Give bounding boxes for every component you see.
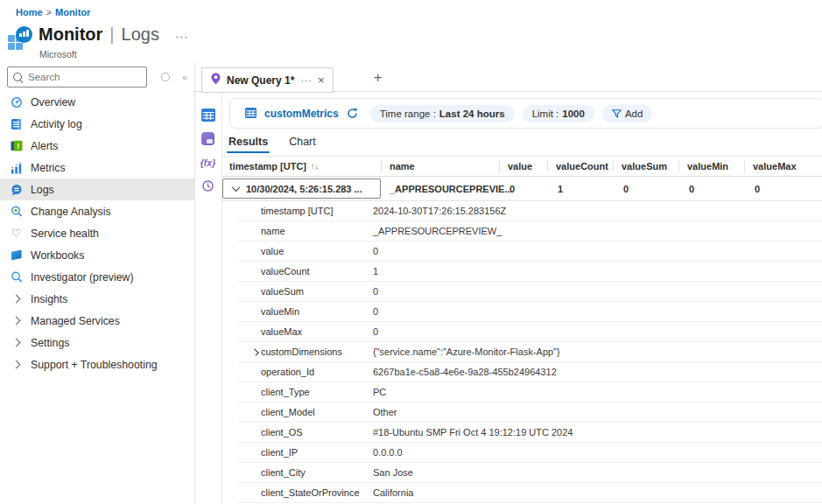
sidebar-item-label: Settings <box>31 337 69 349</box>
detail-row[interactable]: client_Model Other <box>238 402 822 423</box>
sidebar-item-change-analysis[interactable]: Change Analysis <box>0 200 194 222</box>
sidebar-item-metrics[interactable]: Metrics <box>0 157 194 178</box>
column-header-value[interactable]: value <box>499 157 547 176</box>
limit-pill[interactable]: Limit : 1000 <box>523 105 594 122</box>
detail-value: PC <box>373 387 386 397</box>
tab-more-icon[interactable]: ··· <box>300 75 312 86</box>
add-filter-pill[interactable]: Add <box>602 105 652 122</box>
sidebar-item-logs[interactable]: Logs <box>0 178 194 200</box>
column-header-name[interactable]: name <box>381 157 499 176</box>
row-valuesum: 0 <box>613 177 678 200</box>
svg-text:!: ! <box>17 142 19 150</box>
sort-icons[interactable]: ↑↓ <box>311 162 319 171</box>
detail-row[interactable]: client_Type PC <box>238 382 822 402</box>
menu-options-icon[interactable] <box>161 73 170 81</box>
chevron-right-icon[interactable] <box>250 349 261 355</box>
chevron-right-icon <box>10 314 23 327</box>
detail-row[interactable]: client_StateOrProvince California <box>238 483 822 503</box>
detail-value: 0 <box>373 246 378 256</box>
detail-key: valueCount <box>261 266 373 276</box>
main-panel: New Query 1* ··· × + {fx} customMetrics … <box>194 61 822 504</box>
add-filter-label: Add <box>625 108 643 119</box>
detail-row[interactable]: client_IP 0.0.0.0 <box>238 443 822 463</box>
sidebar-item-label: Insights <box>31 293 67 305</box>
time-range-value: Last 24 hours <box>439 108 505 119</box>
detail-row[interactable]: valueMin 0 <box>238 302 822 322</box>
sidebar-search[interactable] <box>7 66 147 88</box>
detail-row[interactable]: customDimensions {"service.name":"Azure-… <box>238 342 822 362</box>
detail-value: California <box>373 487 413 498</box>
detail-row[interactable]: valueCount 1 <box>238 262 822 282</box>
results-grid: timestamp [UTC]↑↓ name value valueCount … <box>221 156 822 504</box>
detail-value: 0.0.0.0 <box>373 447 403 458</box>
selected-table-link[interactable]: customMetrics <box>264 108 339 120</box>
query-tab[interactable]: New Query 1* ··· × <box>201 67 334 93</box>
sidebar-item-investigator[interactable]: Investigator (preview) <box>0 266 194 288</box>
sidebar-item-insights[interactable]: Insights <box>0 288 194 310</box>
sidebar-item-managed-services[interactable]: Managed Services <box>0 310 194 332</box>
sidebar-item-support[interactable]: Support + Troubleshooting <box>0 354 194 375</box>
row-name: _APPRESOURCEPREVIE... <box>381 177 499 200</box>
grid-header: timestamp [UTC]↑↓ name value valueCount … <box>221 156 822 177</box>
sidebar-item-label: Workbooks <box>31 249 84 262</box>
sidebar-item-alerts[interactable]: ! Alerts <box>0 135 194 157</box>
detail-row[interactable]: timestamp [UTC] 2024-10-30T17:26:15.2831… <box>238 201 822 221</box>
publisher-label: Microsoft <box>39 49 77 60</box>
column-header-valuesum[interactable]: valueSum <box>613 157 678 176</box>
chevron-down-icon[interactable] <box>232 183 241 192</box>
detail-value: 0 <box>373 306 378 317</box>
tab-chart[interactable]: Chart <box>287 134 318 153</box>
refresh-icon[interactable] <box>347 108 358 119</box>
column-header-valuemax[interactable]: valueMax <box>744 157 822 176</box>
new-tab-button[interactable]: + <box>374 70 382 86</box>
column-header-valuecount[interactable]: valueCount <box>547 157 613 176</box>
time-range-pill[interactable]: Time range : Last 24 hours <box>370 105 515 122</box>
row-valuecount: 1 <box>547 177 613 200</box>
functions-panel-icon[interactable]: {fx} <box>194 150 221 174</box>
sidebar-item-label: Overview <box>31 96 75 108</box>
detail-value: 0 <box>373 286 378 297</box>
heart-icon: ♡ <box>10 227 23 240</box>
more-options-icon[interactable]: ··· <box>175 30 189 43</box>
breadcrumb-home[interactable]: Home <box>16 7 43 18</box>
sidebar-item-label: Change Analysis <box>31 206 111 218</box>
detail-row[interactable]: client_City San Jose <box>238 463 822 483</box>
sidebar-item-workbooks[interactable]: Workbooks <box>0 244 194 266</box>
query-history-icon[interactable] <box>194 174 221 198</box>
detail-value: {"service.name":"Azure-Monitor-Flask-App… <box>373 346 560 357</box>
query-bar: customMetrics Time range : Last 24 hours… <box>229 98 822 129</box>
tab-close-icon[interactable]: × <box>318 74 325 87</box>
table-row[interactable]: 10/30/2024, 5:26:15.283 ... _APPRESOURCE… <box>221 177 822 201</box>
limit-value: 1000 <box>562 108 585 119</box>
detail-row[interactable]: name _APPRESOURCEPREVIEW_ <box>238 221 822 242</box>
detail-row[interactable]: value 0 <box>238 242 822 262</box>
collapse-sidebar-icon[interactable]: « <box>182 72 187 82</box>
search-input[interactable] <box>26 71 141 83</box>
row-valuemax: 0 <box>744 177 822 200</box>
column-header-timestamp[interactable]: timestamp [UTC]↑↓ <box>221 157 381 176</box>
sidebar: « Overview Activity log ! Alerts Metrics… <box>0 61 195 504</box>
chevron-right-icon <box>10 292 23 305</box>
sidebar-item-service-health[interactable]: ♡ Service health <box>0 222 194 244</box>
detail-row[interactable]: client_OS #18-Ubuntu SMP Fri Oct 4 19:12… <box>238 423 822 443</box>
logs-bubble-icon <box>10 183 23 196</box>
monitor-gauge-icon <box>8 26 32 51</box>
page-title-section: Logs <box>122 24 159 45</box>
breadcrumb-separator: > <box>46 7 52 18</box>
breadcrumb-monitor[interactable]: Monitor <box>55 7 90 18</box>
sidebar-item-overview[interactable]: Overview <box>0 91 194 113</box>
activity-log-icon <box>10 117 23 130</box>
sidebar-item-activity-log[interactable]: Activity log <box>0 113 194 135</box>
alert-icon: ! <box>10 139 23 152</box>
detail-row[interactable]: valueMax 0 <box>238 322 822 342</box>
detail-row[interactable]: valueSum 0 <box>238 282 822 302</box>
sidebar-item-label: Investigator (preview) <box>31 271 134 284</box>
time-range-label: Time range : <box>380 108 436 119</box>
queries-panel-icon[interactable] <box>194 127 221 150</box>
selected-timestamp-cell[interactable]: 10/30/2024, 5:26:15.283 ... <box>222 178 381 199</box>
tab-results[interactable]: Results <box>227 134 270 153</box>
tables-panel-icon[interactable] <box>194 103 221 127</box>
detail-row[interactable]: operation_Id 6267ba1e-c5a8-4e6e-9a28-455… <box>238 362 822 382</box>
column-header-valuemin[interactable]: valueMin <box>678 157 744 176</box>
sidebar-item-settings[interactable]: Settings <box>0 332 194 354</box>
